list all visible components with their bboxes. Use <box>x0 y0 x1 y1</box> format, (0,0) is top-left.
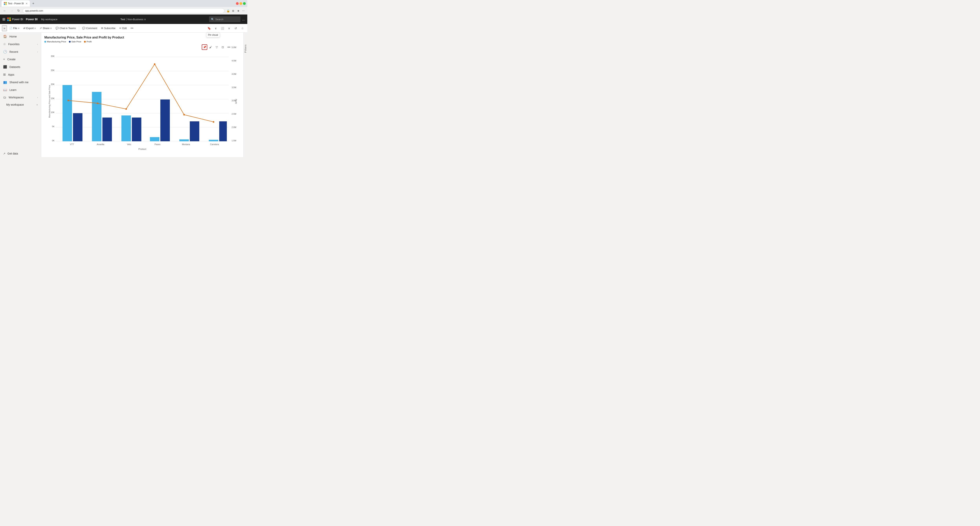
view-chevron-btn[interactable]: ∨ <box>226 26 232 31</box>
edit-btn[interactable]: ✏ Edit <box>118 25 128 32</box>
main-layout: 🏠 Home ☆ Favorites › 🕐 Recent › + Create… <box>0 33 247 157</box>
sidebar-item-learn[interactable]: 📖 Learn <box>0 86 41 94</box>
recent-icon: 🕐 <box>3 50 7 54</box>
bar-amarilla-sale[interactable] <box>102 118 112 141</box>
toolbar-right: 🔖 ∨ ⬜ ∨ ↺ ☆ <box>206 26 245 31</box>
view-btn[interactable]: ⬜ <box>220 26 225 31</box>
y-tick-15k: 15K <box>51 97 54 100</box>
forward-btn[interactable]: → <box>9 9 14 13</box>
refresh-btn[interactable]: ↺ <box>233 26 239 31</box>
bar-paseo-sale[interactable] <box>161 100 170 141</box>
search-box[interactable]: 🔍 Search <box>209 16 240 22</box>
focus-mode-btn[interactable]: ⊡ <box>220 45 226 50</box>
header-more-btn[interactable]: ... <box>242 17 245 21</box>
bookmark-chevron-btn[interactable]: ∨ <box>213 26 219 31</box>
share-btn[interactable]: ↗ Share ∨ <box>38 25 53 32</box>
more-browser-btn[interactable]: ⋯ <box>242 9 245 13</box>
svg-rect-0 <box>4 2 5 3</box>
bar-paseo-mfg[interactable] <box>150 137 159 141</box>
subscribe-icon: ✉ <box>101 27 103 30</box>
bar-velo-sale[interactable] <box>132 118 141 141</box>
favorites-icon: ☆ <box>3 42 6 46</box>
subscribe-btn[interactable]: ✉ Subscribe <box>100 25 117 32</box>
svg-rect-1 <box>5 2 7 3</box>
bar-montana-sale[interactable] <box>190 121 199 141</box>
reload-btn[interactable]: ↻ <box>16 8 21 13</box>
back-btn[interactable]: ← <box>2 9 8 13</box>
toolbar-more-btn[interactable]: ••• <box>129 25 135 32</box>
sidebar-item-datasets[interactable]: ⬛ Datasets <box>0 63 41 71</box>
favorite-btn[interactable]: ☆ <box>239 26 245 31</box>
browser-chrome: Test - Power BI ✕ + <box>0 0 247 7</box>
extension-icon-1[interactable]: 🔒 <box>226 9 230 13</box>
export-btn[interactable]: ⇄ Export ∨ <box>22 25 38 32</box>
address-bar: ← → ↻ 🔒 ⊕ ★ ⋯ <box>0 7 247 14</box>
datasets-label: Datasets <box>10 65 20 69</box>
expand-nav-btn[interactable]: » <box>2 26 7 31</box>
browser-extension-icons: 🔒 ⊕ ★ ⋯ <box>226 9 245 13</box>
sidebar-item-recent[interactable]: 🕐 Recent › <box>0 48 41 56</box>
sidebar: 🏠 Home ☆ Favorites › 🕐 Recent › + Create… <box>0 33 41 157</box>
bookmark-btn[interactable]: 🔖 <box>206 26 212 31</box>
chat-in-teams-btn[interactable]: 💬 Chat in Teams <box>54 25 77 32</box>
bar-vtt-mfg[interactable] <box>63 85 72 141</box>
close-btn[interactable] <box>236 2 239 5</box>
chart-svg: 0K 5K 10K 15K 20K 25K 30K 1.5M 2.0M 2.5M… <box>45 45 240 151</box>
legend-label-manufacturing: Manufacturing Price <box>47 40 66 43</box>
sidebar-item-create[interactable]: + Create <box>0 56 41 63</box>
bar-vtt-sale[interactable] <box>73 113 83 141</box>
export-label: Export <box>26 27 34 30</box>
sidebar-item-shared[interactable]: 👥 Shared with me <box>0 78 41 86</box>
pin-visual-btn[interactable]: 📌 <box>202 45 207 50</box>
file-menu-btn[interactable]: 📄 File ∨ <box>8 25 21 32</box>
legend-dot-sale <box>69 41 71 43</box>
sidebar-item-home[interactable]: 🏠 Home <box>0 33 41 40</box>
window-controls <box>236 2 246 5</box>
format-btn[interactable]: 🖌 <box>208 45 213 50</box>
y-right-tick-4: 4.0M <box>232 73 236 75</box>
extension-icon-2[interactable]: ⊕ <box>231 9 235 13</box>
pin-visual-tooltip: Pin visual <box>206 33 220 37</box>
filter-visual-btn[interactable]: ▽ <box>214 45 220 50</box>
search-placeholder: Search <box>215 18 223 21</box>
new-tab-btn[interactable]: + <box>31 2 35 6</box>
x-label-vtt: VTT <box>70 143 74 145</box>
sidebar-item-apps[interactable]: ⊞ Apps <box>0 71 41 78</box>
bar-carretera-mfg[interactable] <box>209 140 218 141</box>
file-label: File <box>13 27 17 30</box>
visual-more-btn[interactable]: ••• <box>226 45 232 50</box>
app-header: ⊞ Power BI Power BI My workspace Test | … <box>0 14 247 24</box>
y-axis-right-title: Profit <box>235 99 237 104</box>
legend-dot-manufacturing <box>45 41 46 43</box>
bar-montana-mfg[interactable] <box>180 139 189 141</box>
address-input[interactable] <box>22 8 224 13</box>
sidebar-item-workspaces[interactable]: 🗂 Workspaces › <box>0 94 41 101</box>
minimize-btn[interactable] <box>239 2 242 5</box>
profit-dot-vtt <box>67 100 69 101</box>
filters-panel[interactable]: Filters <box>243 33 247 157</box>
extension-icon-3[interactable]: ★ <box>236 9 240 13</box>
comment-btn[interactable]: 💬 Comment <box>81 25 99 32</box>
active-tab[interactable]: Test - Power BI ✕ <box>2 0 30 7</box>
filters-label[interactable]: Filters <box>244 45 247 53</box>
legend-manufacturing: Manufacturing Price <box>45 40 66 43</box>
chart-area: Manufacturing Price, Sale Price and Prof… <box>41 33 243 157</box>
bar-amarilla-mfg[interactable] <box>92 92 102 141</box>
microsoft-label: Power BI <box>12 18 23 21</box>
svg-rect-2 <box>4 4 5 5</box>
sidebar-item-favorites[interactable]: ☆ Favorites › <box>0 40 41 48</box>
bar-velo-mfg[interactable] <box>121 115 131 141</box>
sidebar-item-myworkspace[interactable]: My workspace ∨ <box>0 101 41 108</box>
get-data-btn[interactable]: ↗ Get data <box>3 152 38 155</box>
app-grid-icon[interactable]: ⊞ <box>2 17 5 21</box>
svg-rect-3 <box>5 4 7 5</box>
tab-favicon <box>4 2 7 5</box>
report-name: Test <box>121 18 125 21</box>
x-label-montana: Montana <box>182 143 190 145</box>
tab-close-btn[interactable]: ✕ <box>26 2 27 5</box>
bar-carretera-sale[interactable] <box>219 121 227 141</box>
favorites-label: Favorites <box>8 43 20 46</box>
maximize-btn[interactable] <box>243 2 246 5</box>
myworkspace-label: My workspace <box>6 103 24 106</box>
profit-dot-velo <box>126 108 127 110</box>
